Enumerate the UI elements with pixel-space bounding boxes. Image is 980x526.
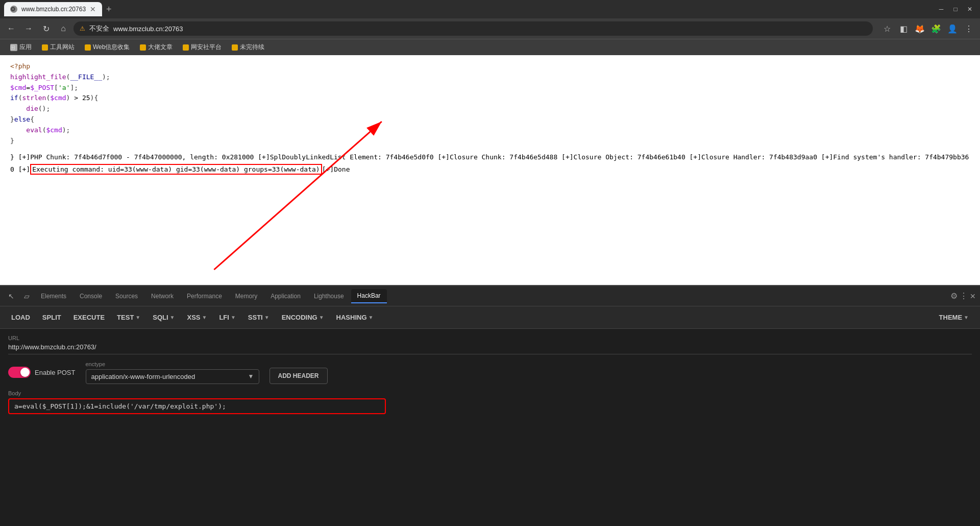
tab-lighthouse[interactable]: Lighthouse bbox=[308, 290, 350, 303]
tab-console[interactable]: Console bbox=[74, 290, 108, 303]
bookmark-web[interactable]: Web信息收集 bbox=[81, 42, 134, 53]
code-line-7: eval($cmd); bbox=[10, 125, 970, 136]
bookmark-folder-icon4 bbox=[183, 44, 189, 51]
url-display: www.bmzclub.cn:20763 bbox=[113, 25, 183, 33]
bookmark-tools-label: 工具网站 bbox=[50, 43, 75, 52]
output-line: } [+]PHP Chunk: 7f4b46d7f000 - 7f4b47000… bbox=[10, 151, 970, 175]
devtools-close-icon[interactable]: ✕ bbox=[970, 292, 976, 300]
execute-button[interactable]: EXECUTE bbox=[68, 312, 110, 323]
tab-network[interactable]: Network bbox=[145, 290, 180, 303]
browser-tab[interactable]: ⚙ www.bmzclub.cn:20763 ✕ bbox=[4, 2, 102, 16]
devtools-inspect-icon[interactable]: ↖ bbox=[4, 289, 18, 303]
bookmark-apps-label: 应用 bbox=[19, 43, 32, 52]
encoding-button[interactable]: ENCODING ▼ bbox=[277, 312, 329, 323]
tab-application[interactable]: Application bbox=[264, 290, 307, 303]
home-button[interactable]: ⌂ bbox=[56, 21, 70, 36]
bookmark-star-icon[interactable]: ☆ bbox=[880, 21, 894, 36]
lock-icon: ⚠ bbox=[80, 25, 85, 32]
nav-bar: ← → ↻ ⌂ ⚠ 不安全 www.bmzclub.cn:20763 ☆ ◧ 🦊… bbox=[0, 18, 980, 39]
code-line-6: }else{ bbox=[10, 114, 970, 125]
split-button[interactable]: SPLIT bbox=[37, 312, 66, 323]
theme-button[interactable]: THEME ▼ bbox=[934, 312, 974, 323]
code-line-5: die(); bbox=[10, 104, 970, 114]
extensions-icon[interactable]: 🧩 bbox=[929, 21, 943, 36]
bookmark-folder-icon2 bbox=[85, 44, 91, 51]
code-line-3: $cmd=$_POST['a']; bbox=[10, 83, 970, 93]
enable-post-label: Enable POST bbox=[35, 369, 76, 376]
back-button[interactable]: ← bbox=[4, 21, 18, 36]
window-controls: ─ □ ✕ bbox=[935, 3, 976, 15]
body-section: Body bbox=[8, 390, 972, 414]
body-label: Body bbox=[8, 390, 972, 396]
title-bar: ⚙ www.bmzclub.cn:20763 ✕ + ─ □ ✕ bbox=[0, 0, 980, 18]
tab-title: www.bmzclub.cn:20763 bbox=[21, 6, 86, 13]
bookmark-daoge[interactable]: 大佬文章 bbox=[136, 42, 177, 53]
enctype-select[interactable]: application/x-www-form-urlencoded multip… bbox=[86, 369, 259, 384]
bookmark-folder-icon bbox=[42, 44, 48, 51]
menu-icon[interactable]: ⋮ bbox=[962, 21, 976, 36]
hackbar-toolbar: LOAD SPLIT EXECUTE TEST ▼ SQLI ▼ XSS ▼ L… bbox=[0, 306, 980, 329]
tab-hackbar[interactable]: HackBar bbox=[351, 289, 387, 303]
enable-post-toggle-container: Enable POST bbox=[8, 367, 76, 378]
hashing-button[interactable]: HASHING ▼ bbox=[331, 312, 379, 323]
tab-sources[interactable]: Sources bbox=[109, 290, 144, 303]
enctype-wrapper: application/x-www-form-urlencoded multip… bbox=[86, 369, 259, 384]
extension-icon-1[interactable]: ◧ bbox=[896, 21, 911, 36]
bookmark-web-label: Web信息收集 bbox=[93, 43, 130, 52]
hackbar: LOAD SPLIT EXECUTE TEST ▼ SQLI ▼ XSS ▼ L… bbox=[0, 306, 980, 526]
devtools-panel: ↖ ▱ Elements Console Sources Network Per… bbox=[0, 285, 980, 526]
insecure-label: 不安全 bbox=[89, 24, 109, 33]
url-label: URL bbox=[8, 335, 972, 341]
url-value: http://www.bmzclub.cn:20763/ bbox=[8, 343, 972, 354]
tab-performance[interactable]: Performance bbox=[181, 290, 228, 303]
xss-button[interactable]: XSS ▼ bbox=[182, 312, 212, 323]
ssti-button[interactable]: SSTI ▼ bbox=[243, 312, 275, 323]
post-section: Enable POST enctype application/x-www-fo… bbox=[8, 361, 972, 384]
lfi-button[interactable]: LFI ▼ bbox=[214, 312, 240, 323]
load-button[interactable]: LOAD bbox=[6, 312, 35, 323]
tab-close-button[interactable]: ✕ bbox=[90, 5, 96, 13]
devtools-tabs: ↖ ▱ Elements Console Sources Network Per… bbox=[0, 286, 980, 306]
maximize-button[interactable]: □ bbox=[949, 3, 962, 15]
extension-icon-2[interactable]: 🦊 bbox=[913, 21, 927, 36]
command-result-highlight: Executing command: uid=33(www-data) gid=… bbox=[30, 164, 322, 175]
tab-memory[interactable]: Memory bbox=[229, 290, 263, 303]
refresh-button[interactable]: ↻ bbox=[39, 21, 53, 36]
tab-favicon: ⚙ bbox=[10, 6, 17, 13]
bookmark-netanquan[interactable]: 网安社平台 bbox=[179, 42, 226, 53]
code-line-2: highlight_file(__FILE__); bbox=[10, 72, 970, 83]
profile-icon[interactable]: 👤 bbox=[945, 21, 960, 36]
address-bar[interactable]: ⚠ 不安全 www.bmzclub.cn:20763 bbox=[74, 21, 873, 36]
bookmark-daoge-label: 大佬文章 bbox=[148, 43, 173, 52]
apps-icon: ⊞ bbox=[10, 44, 17, 51]
devtools-settings-icon[interactable]: ⚙ bbox=[950, 291, 958, 301]
minimize-button[interactable]: ─ bbox=[935, 3, 947, 15]
tab-elements[interactable]: Elements bbox=[35, 290, 72, 303]
forward-button[interactable]: → bbox=[21, 21, 36, 36]
url-section: URL http://www.bmzclub.cn:20763/ bbox=[8, 335, 972, 354]
new-tab-button[interactable]: + bbox=[106, 4, 112, 15]
enable-post-toggle[interactable] bbox=[8, 367, 31, 378]
devtools-device-icon[interactable]: ▱ bbox=[19, 289, 34, 303]
toggle-knob bbox=[20, 368, 30, 377]
bookmark-incomplete-label: 未完待续 bbox=[240, 43, 264, 52]
code-line-8: } bbox=[10, 136, 970, 147]
close-button[interactable]: ✕ bbox=[964, 3, 976, 15]
browser-chrome: ⚙ www.bmzclub.cn:20763 ✕ + ─ □ ✕ ← → ↻ ⌂… bbox=[0, 0, 980, 55]
bookmark-incomplete[interactable]: 未完待续 bbox=[228, 42, 268, 53]
code-line-1: <?php bbox=[10, 61, 970, 72]
code-line-4: if(strlen($cmd) > 25){ bbox=[10, 93, 970, 104]
bookmark-netanquan-label: 网安社平台 bbox=[191, 43, 222, 52]
add-header-button[interactable]: ADD HEADER bbox=[270, 368, 328, 384]
enctype-section: enctype application/x-www-form-urlencode… bbox=[86, 361, 259, 384]
bookmark-tools[interactable]: 工具网站 bbox=[38, 42, 79, 53]
sqli-button[interactable]: SQLI ▼ bbox=[148, 312, 180, 323]
code-block: <?php highlight_file(__FILE__); $cmd=$_P… bbox=[10, 61, 970, 146]
enctype-label: enctype bbox=[86, 361, 259, 367]
test-button[interactable]: TEST ▼ bbox=[112, 312, 145, 323]
hackbar-body: URL http://www.bmzclub.cn:20763/ Enable … bbox=[0, 329, 980, 526]
bookmark-apps[interactable]: ⊞ 应用 bbox=[6, 42, 36, 53]
body-input[interactable] bbox=[8, 398, 386, 414]
bookmark-folder-icon3 bbox=[140, 44, 146, 51]
devtools-more-icon[interactable]: ⋮ bbox=[960, 291, 968, 301]
